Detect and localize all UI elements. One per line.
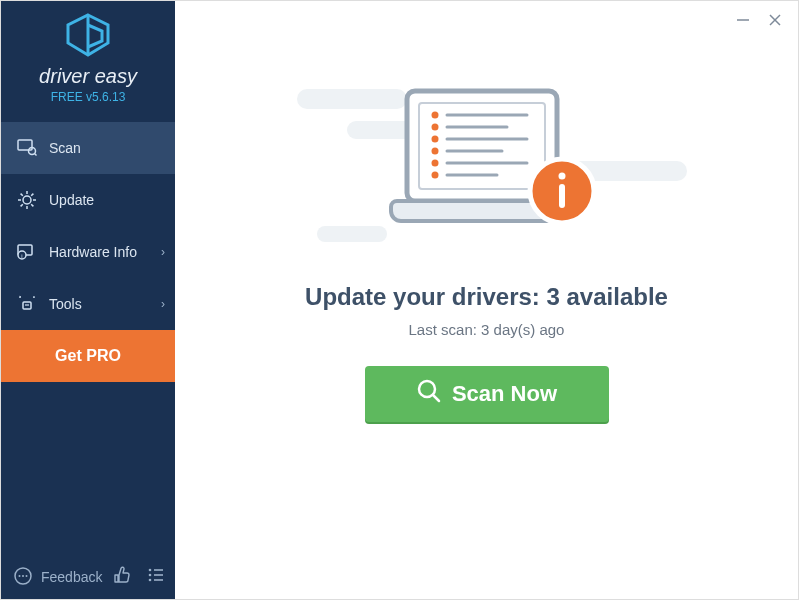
gear-icon bbox=[15, 190, 39, 210]
search-icon bbox=[416, 378, 442, 410]
sidebar-item-label: Update bbox=[49, 192, 94, 208]
sidebar-item-hardware-info[interactable]: i Hardware Info › bbox=[1, 226, 175, 278]
svg-line-11 bbox=[31, 194, 33, 196]
scan-now-button[interactable]: Scan Now bbox=[365, 366, 609, 422]
tools-icon bbox=[15, 295, 39, 313]
svg-point-36 bbox=[431, 160, 438, 167]
scan-icon bbox=[15, 139, 39, 157]
nav: Scan Update i Hardware Info › Tools bbox=[1, 122, 175, 330]
sidebar-extra-icons bbox=[112, 565, 166, 589]
svg-line-10 bbox=[21, 204, 23, 206]
svg-line-2 bbox=[35, 154, 37, 156]
laptop-illustration bbox=[377, 81, 607, 265]
titlebar bbox=[720, 1, 798, 39]
svg-line-48 bbox=[433, 395, 439, 401]
svg-point-32 bbox=[431, 112, 438, 119]
chevron-right-icon: › bbox=[161, 297, 165, 311]
logo-area: driver easy FREE v5.6.13 bbox=[1, 1, 175, 112]
get-pro-button[interactable]: Get PRO bbox=[1, 330, 175, 382]
svg-point-23 bbox=[149, 579, 152, 582]
last-scan-text: Last scan: 3 day(s) ago bbox=[409, 321, 565, 338]
headline: Update your drivers: 3 available bbox=[305, 283, 668, 311]
svg-point-3 bbox=[23, 196, 31, 204]
sidebar: driver easy FREE v5.6.13 Scan Update i bbox=[1, 1, 175, 599]
svg-line-9 bbox=[31, 204, 33, 206]
svg-line-8 bbox=[21, 194, 23, 196]
sidebar-item-scan[interactable]: Scan bbox=[1, 122, 175, 174]
sidebar-item-label: Tools bbox=[49, 296, 82, 312]
scan-now-label: Scan Now bbox=[452, 381, 557, 407]
svg-rect-46 bbox=[559, 184, 565, 208]
close-button[interactable] bbox=[766, 11, 784, 29]
svg-point-21 bbox=[149, 569, 152, 572]
hardware-info-icon: i bbox=[15, 243, 39, 261]
svg-point-34 bbox=[431, 136, 438, 143]
svg-point-33 bbox=[431, 124, 438, 131]
svg-point-35 bbox=[431, 148, 438, 155]
app-window: driver easy FREE v5.6.13 Scan Update i bbox=[0, 0, 799, 600]
svg-text:i: i bbox=[21, 253, 22, 259]
feedback-button[interactable]: Feedback bbox=[13, 566, 102, 589]
svg-point-45 bbox=[558, 173, 565, 180]
sidebar-item-tools[interactable]: Tools › bbox=[1, 278, 175, 330]
svg-point-19 bbox=[22, 575, 24, 577]
feedback-icon bbox=[13, 566, 33, 589]
brand-name: driver easy bbox=[1, 65, 175, 88]
sidebar-item-label: Scan bbox=[49, 140, 81, 156]
sidebar-bottom: Feedback bbox=[1, 555, 175, 599]
feedback-label: Feedback bbox=[41, 569, 102, 585]
sidebar-item-label: Hardware Info bbox=[49, 244, 137, 260]
chevron-right-icon: › bbox=[161, 245, 165, 259]
sidebar-item-update[interactable]: Update bbox=[1, 174, 175, 226]
svg-point-18 bbox=[19, 575, 21, 577]
thumbs-up-icon[interactable] bbox=[112, 565, 132, 589]
logo-icon bbox=[62, 13, 114, 61]
get-pro-label: Get PRO bbox=[55, 347, 121, 365]
svg-point-22 bbox=[149, 574, 152, 577]
brand-version: FREE v5.6.13 bbox=[1, 90, 175, 104]
illustration bbox=[327, 71, 647, 261]
svg-point-20 bbox=[26, 575, 28, 577]
list-icon[interactable] bbox=[146, 565, 166, 589]
svg-point-37 bbox=[431, 172, 438, 179]
minimize-button[interactable] bbox=[734, 11, 752, 29]
main-content: Update your drivers: 3 available Last sc… bbox=[175, 1, 798, 599]
